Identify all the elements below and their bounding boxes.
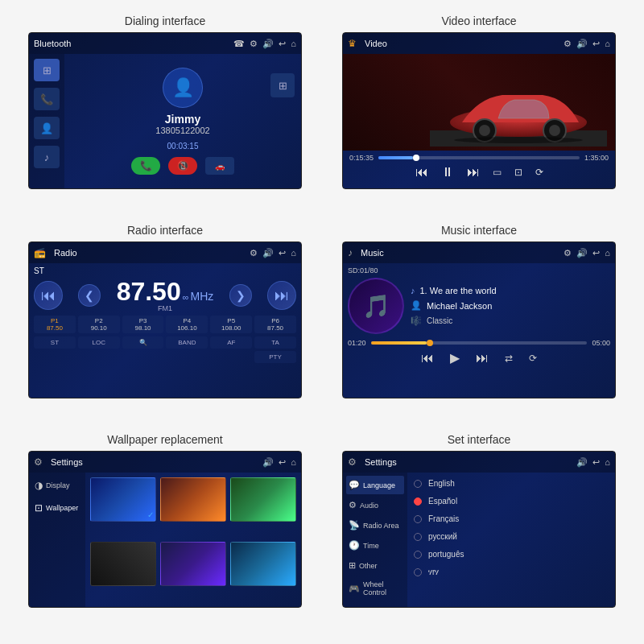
reject-button[interactable]: 📵 xyxy=(168,157,197,175)
wp-back-icon[interactable]: ↩ xyxy=(279,457,286,468)
radio-dot-espanol[interactable] xyxy=(414,497,422,506)
settings-other-item[interactable]: ⊞ Other xyxy=(346,556,404,575)
radio-func-af[interactable]: AF xyxy=(210,336,252,349)
video-next-button[interactable]: ⏭ xyxy=(467,165,480,180)
music-shuffle-button[interactable]: ⇄ xyxy=(505,353,513,364)
option-english[interactable]: English xyxy=(414,476,609,491)
music-volume-icon[interactable]: 🔊 xyxy=(576,248,588,258)
option-portuguese[interactable]: português xyxy=(414,547,609,562)
call-icon[interactable]: 📞 xyxy=(34,88,60,110)
music-content: SD:01/80 🎵 ♪ 1. We are the world 👤 Micha… xyxy=(343,263,615,398)
radio-next-button[interactable]: ❯ xyxy=(229,284,252,307)
settings-time-item[interactable]: 🕐 Time xyxy=(346,536,404,555)
music-home-icon[interactable]: ⌂ xyxy=(605,248,610,258)
wallpaper-thumb-1[interactable] xyxy=(90,477,156,522)
wp-display-label: Display xyxy=(46,481,70,489)
radio-settings-icon[interactable]: ⚙ xyxy=(250,248,258,258)
back-icon[interactable]: ↩ xyxy=(279,39,286,49)
wallpaper-thumb-5[interactable] xyxy=(160,542,226,586)
music-thumb[interactable] xyxy=(427,340,433,346)
settings-radio-item[interactable]: 📡 Radio Area xyxy=(346,516,404,535)
wallpaper-thumb-3[interactable] xyxy=(230,477,296,522)
radio-volume-icon[interactable]: 🔊 xyxy=(262,248,274,258)
preset-1[interactable]: P1 87.50 xyxy=(34,316,76,333)
music-icon[interactable]: ♪ xyxy=(34,146,60,168)
radio-dot-francais[interactable] xyxy=(414,515,422,523)
contacts-icon[interactable]: 👤 xyxy=(34,117,60,139)
accept-button[interactable]: 📞 xyxy=(131,157,160,175)
video-settings-icon[interactable]: ⚙ xyxy=(564,39,572,49)
video-home-icon[interactable]: ⌂ xyxy=(605,39,610,48)
video-volume-icon[interactable]: 🔊 xyxy=(576,39,588,49)
video-track[interactable] xyxy=(378,156,580,159)
music-screen: ♪ Music ⚙ 🔊 ↩ ⌂ SD:01/80 🎵 ♪ 1. We are xyxy=(342,242,616,398)
music-track-bar[interactable] xyxy=(371,341,588,345)
music-play-button[interactable]: ▶ xyxy=(450,350,460,365)
video-subtitle-button[interactable]: ▭ xyxy=(493,167,502,178)
radio-func-pty[interactable]: PTY xyxy=(254,351,296,363)
phone-icon[interactable]: ☎ xyxy=(233,39,245,49)
wallpaper-thumb-6[interactable] xyxy=(230,542,296,586)
wp-volume-icon[interactable]: 🔊 xyxy=(262,457,274,468)
wallpaper-thumb-4[interactable] xyxy=(90,542,156,586)
option-espanol[interactable]: Español xyxy=(414,493,609,509)
wp-home-icon[interactable]: ⌂ xyxy=(291,457,296,467)
radio-dot-portuguese[interactable] xyxy=(414,551,422,559)
video-progress-bar[interactable]: 0:15:35 1:35:00 xyxy=(349,154,609,162)
wallpaper-thumb-2[interactable] xyxy=(160,477,226,522)
home-icon[interactable]: ⌂ xyxy=(291,39,296,48)
dialing-screen: Bluetooth ☎ ⚙ 🔊 ↩ ⌂ ⊞ 📞 👤 ♪ 👤 xyxy=(28,32,302,189)
video-pause-button[interactable]: ⏸ xyxy=(441,165,454,180)
settings-wheel-item[interactable]: 🎮 Wheel Control xyxy=(346,576,404,601)
music-repeat-button[interactable]: ⟳ xyxy=(529,353,537,364)
music-back-icon[interactable]: ↩ xyxy=(592,248,600,258)
preset-6[interactable]: P6 87.50 xyxy=(254,316,296,333)
settings-icon[interactable]: ⚙ xyxy=(250,39,258,49)
set-home-icon[interactable]: ⌂ xyxy=(605,457,610,467)
radio-func-ta[interactable]: TA xyxy=(254,336,296,349)
settings-title: Set interface xyxy=(448,433,511,446)
video-thumb[interactable] xyxy=(413,155,419,161)
video-aspect-button[interactable]: ⊡ xyxy=(514,167,522,178)
music-prev-button[interactable]: ⏮ xyxy=(421,351,434,365)
keypad-icon[interactable]: ⊞ xyxy=(34,59,60,81)
radio-home-icon[interactable]: ⌂ xyxy=(291,248,296,258)
music-next-button[interactable]: ⏭ xyxy=(476,351,489,365)
set-back-icon[interactable]: ↩ xyxy=(592,457,600,468)
wp-display-item[interactable]: ◑ Display xyxy=(32,477,82,493)
video-prev-button[interactable]: ⏮ xyxy=(415,165,428,180)
music-header: Music xyxy=(361,248,559,258)
radio-dot-amharic[interactable] xyxy=(414,568,422,576)
video-back-icon[interactable]: ↩ xyxy=(592,39,600,49)
car-mode-button[interactable]: 🚗 xyxy=(205,157,234,175)
volume-icon[interactable]: 🔊 xyxy=(262,39,274,49)
radio-func-band[interactable]: BAND xyxy=(166,336,208,349)
option-amharic[interactable]: ሃrሃ xyxy=(414,564,609,580)
radio-presets: P1 87.50 P2 90.10 P3 98.10 P4 106.10 xyxy=(34,316,296,333)
radio-prev-button[interactable]: ❮ xyxy=(78,284,101,307)
settings-audio-item[interactable]: ⚙ Audio xyxy=(346,496,404,514)
preset-4[interactable]: P4 106.10 xyxy=(166,316,208,333)
video-repeat-button[interactable]: ⟳ xyxy=(535,167,543,178)
music-settings-icon[interactable]: ⚙ xyxy=(564,248,572,258)
preset-3[interactable]: P3 98.10 xyxy=(122,316,164,333)
option-francais[interactable]: Français xyxy=(414,511,609,526)
option-russian[interactable]: русский xyxy=(414,529,609,544)
radio-dot-russian[interactable] xyxy=(414,533,422,541)
radio-prev-large-button[interactable]: ⏮ xyxy=(34,281,63,310)
set-volume-icon[interactable]: 🔊 xyxy=(576,457,588,468)
radio-func-search[interactable]: 🔍 xyxy=(122,336,164,349)
settings-language-item[interactable]: 💬 Language xyxy=(346,476,404,494)
keypad-overlay-icon[interactable]: ⊞ xyxy=(270,73,295,97)
settings-radio-label: Radio Area xyxy=(363,522,399,530)
radio-dot-english[interactable] xyxy=(414,480,422,488)
wp-wallpaper-item[interactable]: ⊡ Wallpaper xyxy=(32,500,82,516)
radio-back-icon[interactable]: ↩ xyxy=(279,248,286,258)
radio-func-loc[interactable]: LOC xyxy=(78,336,120,349)
preset-5[interactable]: P5 108.00 xyxy=(210,316,252,333)
radio-func-st[interactable]: ST xyxy=(34,336,76,349)
preset-2[interactable]: P2 90.10 xyxy=(78,316,120,333)
radio-next-large-button[interactable]: ⏭ xyxy=(267,281,296,310)
wallpaper-title: Wallpaper replacement xyxy=(107,433,222,446)
radio-content: ST ⏮ ❮ 87.50 ∞ MHz FM1 ❯ ⏭ xyxy=(29,263,301,398)
